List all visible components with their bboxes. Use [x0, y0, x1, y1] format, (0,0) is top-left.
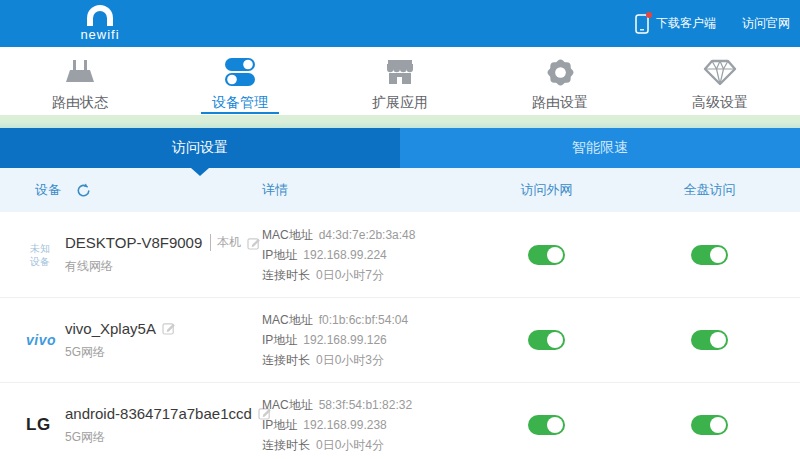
mac-value: f0:1b:6c:bf:54:04	[319, 313, 408, 327]
toggle-knob	[710, 417, 726, 433]
device-row: 未知设备 DESKTOP-V8F9009 本机 有线网络 MAC地址d4:3d:…	[0, 212, 800, 297]
phone-icon	[635, 14, 649, 34]
green-banner-strip	[0, 115, 800, 128]
notification-dot	[646, 12, 652, 18]
toggles-icon	[222, 55, 258, 89]
ip-label: IP地址	[262, 248, 297, 262]
col-disk-access-label: 全盘访问	[619, 181, 800, 199]
local-machine-tag: 本机	[210, 234, 241, 251]
device-list: 未知设备 DESKTOP-V8F9009 本机 有线网络 MAC地址d4:3d:…	[0, 212, 800, 459]
nav-item-extensions[interactable]: 扩展应用	[320, 47, 480, 115]
main-nav: 路由状态 设备管理 扩展应用	[0, 47, 800, 115]
col-device-label: 设备	[35, 181, 61, 199]
col-details-label: 详情	[262, 181, 474, 199]
nav-label: 设备管理	[212, 94, 268, 112]
tab-label: 访问设置	[172, 139, 228, 157]
device-brand-label: LG	[26, 415, 51, 435]
wan-access-toggle[interactable]	[528, 245, 565, 265]
duration-label: 连接时长	[262, 268, 310, 282]
newifi-logo[interactable]: newifi	[68, 3, 132, 42]
disk-access-toggle[interactable]	[691, 415, 728, 435]
device-table-header: 设备 详情 访问外网 全盘访问	[0, 168, 800, 212]
nav-label: 高级设置	[692, 94, 748, 112]
toggle-knob	[710, 247, 726, 263]
duration-label: 连接时长	[262, 438, 310, 452]
official-site-link[interactable]: 访问官网	[742, 15, 790, 32]
store-icon	[383, 55, 417, 89]
mac-value: 58:3f:54:b1:82:32	[319, 398, 412, 412]
gear-icon	[545, 55, 576, 89]
edit-name-icon[interactable]	[247, 236, 261, 250]
device-name: android-8364717a7bae1ccd	[65, 405, 252, 422]
wan-access-toggle[interactable]	[528, 415, 565, 435]
network-type: 5G网络	[65, 429, 262, 446]
wan-access-toggle[interactable]	[528, 330, 565, 350]
nav-label: 扩展应用	[372, 94, 428, 112]
logo-text: newifi	[68, 27, 132, 42]
newifi-n-icon	[87, 5, 113, 26]
ip-value: 192.168.99.224	[303, 248, 386, 262]
device-name: DESKTOP-V8F9009	[65, 234, 202, 251]
duration-value: 0日0小时4分	[316, 438, 384, 452]
mac-label: MAC地址	[262, 398, 313, 412]
edit-name-icon[interactable]	[162, 321, 176, 335]
disk-access-toggle[interactable]	[691, 245, 728, 265]
tab-access-settings[interactable]: 访问设置	[0, 128, 400, 168]
network-type: 有线网络	[65, 258, 262, 275]
device-brand-label: vivo	[26, 332, 56, 348]
nav-item-device-management[interactable]: 设备管理	[160, 47, 320, 115]
duration-value: 0日0小时3分	[316, 353, 384, 367]
diamond-icon	[703, 55, 737, 89]
toggle-knob	[547, 332, 563, 348]
col-wan-access-label: 访问外网	[474, 181, 619, 199]
download-client-label: 下载客户端	[656, 15, 716, 32]
refresh-icon[interactable]	[76, 183, 91, 198]
nav-label: 路由设置	[532, 94, 588, 112]
mac-label: MAC地址	[262, 228, 313, 242]
toggle-knob	[710, 332, 726, 348]
nav-item-router-status[interactable]: 路由状态	[0, 47, 160, 115]
tab-smart-speed-limit[interactable]: 智能限速	[400, 128, 800, 168]
ip-label: IP地址	[262, 333, 297, 347]
nav-item-router-settings[interactable]: 路由设置	[480, 47, 640, 115]
ip-label: IP地址	[262, 418, 297, 432]
download-client-link[interactable]: 下载客户端	[635, 14, 716, 34]
device-row: vivo vivo_Xplay5A 5G网络 MAC地址f0:1b:6c:bf:…	[0, 297, 800, 382]
toggle-knob	[547, 417, 563, 433]
nav-label: 路由状态	[52, 94, 108, 112]
mac-value: d4:3d:7e:2b:3a:48	[319, 228, 416, 242]
top-header: newifi 下载客户端 访问官网	[0, 0, 800, 47]
disk-access-toggle[interactable]	[691, 330, 728, 350]
mac-label: MAC地址	[262, 313, 313, 327]
duration-label: 连接时长	[262, 353, 310, 367]
ip-value: 192.168.99.238	[303, 418, 386, 432]
sub-tabs: 访问设置 智能限速	[0, 128, 800, 168]
device-name: vivo_Xplay5A	[65, 320, 156, 337]
ip-value: 192.168.99.126	[303, 333, 386, 347]
toggle-knob	[547, 247, 563, 263]
router-icon	[63, 55, 97, 89]
duration-value: 0日0小时7分	[316, 268, 384, 282]
nav-item-advanced-settings[interactable]: 高级设置	[640, 47, 800, 115]
network-type: 5G网络	[65, 344, 262, 361]
tab-label: 智能限速	[572, 139, 628, 157]
device-row: LG android-8364717a7bae1ccd 5G网络 MAC地址58…	[0, 382, 800, 459]
device-brand-label: 未知设备	[26, 242, 54, 268]
official-site-label: 访问官网	[742, 15, 790, 32]
